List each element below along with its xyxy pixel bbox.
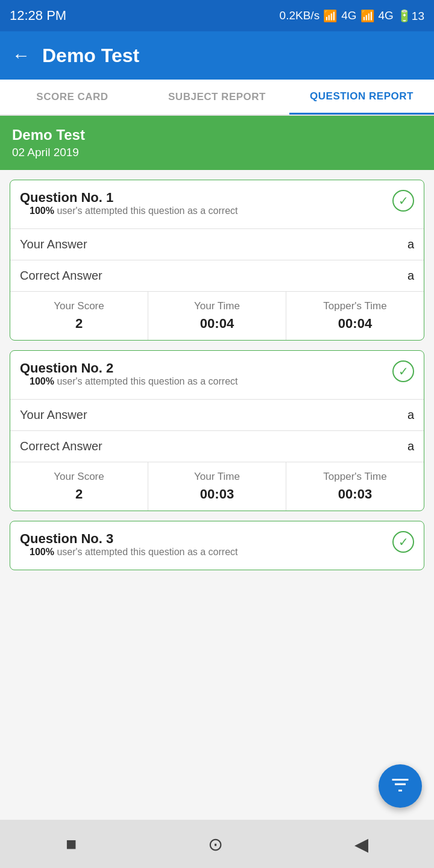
card-header-2: Question No. 2 100% user's attempted thi… <box>10 351 424 399</box>
your-answer-value-1: a <box>407 237 414 251</box>
toppers-cell-1: Topper's Time 00:04 <box>286 292 424 340</box>
attempted-text-3: 100% user's attempted this question as a… <box>20 547 247 565</box>
time-cell-1: Your Time 00:04 <box>148 292 286 340</box>
question-title-2: Question No. 2 <box>20 360 247 376</box>
time-label-1: Your Time <box>194 300 240 312</box>
question-card-1: Question No. 1 100% user's attempted thi… <box>10 180 424 341</box>
correct-answer-value-2: a <box>407 439 414 453</box>
score-label-2: Your Score <box>54 471 104 483</box>
score-value-2: 2 <box>75 486 83 502</box>
attempted-label-1: user's attempted this question as a corr… <box>57 206 237 216</box>
status-signal2: 📶 <box>360 9 375 23</box>
tab-score-card[interactable]: SCORE CARD <box>0 80 145 115</box>
attempted-label-2: user's attempted this question as a corr… <box>57 376 237 386</box>
question-card-2: Question No. 2 100% user's attempted thi… <box>10 350 424 511</box>
filter-icon <box>389 775 411 797</box>
test-banner-date: 02 April 2019 <box>12 146 422 159</box>
attempted-percent-3: 100% <box>30 547 54 557</box>
nav-stop-icon[interactable]: ■ <box>66 834 77 854</box>
your-answer-value-2: a <box>407 408 414 422</box>
correct-answer-label-2: Correct Answer <box>20 439 102 453</box>
your-answer-label-2: Your Answer <box>20 408 87 422</box>
toppers-label-1: Topper's Time <box>323 300 386 312</box>
question-card-3: Question No. 3 100% user's attempted thi… <box>10 521 424 570</box>
status-4g1: 4G <box>341 9 356 22</box>
attempted-percent-2: 100% <box>30 376 54 386</box>
test-banner-title: Demo Test <box>12 127 422 143</box>
toppers-value-2: 00:03 <box>338 486 372 502</box>
your-answer-label-1: Your Answer <box>20 237 87 251</box>
bottom-navigation: ■ ⊙ ◀ <box>0 820 434 868</box>
correct-answer-label-1: Correct Answer <box>20 269 102 283</box>
correct-icon-1: ✓ <box>392 190 414 212</box>
status-4g2: 4G <box>379 9 394 22</box>
score-value-1: 2 <box>75 316 83 332</box>
your-answer-row-2: Your Answer a <box>10 400 424 430</box>
score-cell-2: Your Score 2 <box>10 462 148 511</box>
time-value-1: 00:04 <box>200 316 234 332</box>
score-label-1: Your Score <box>54 300 104 312</box>
card-header-3: Question No. 3 100% user's attempted thi… <box>10 521 424 570</box>
question-title-1: Question No. 1 <box>20 190 247 206</box>
toppers-label-2: Topper's Time <box>323 471 386 483</box>
score-cell-1: Your Score 2 <box>10 292 148 340</box>
correct-answer-row-1: Correct Answer a <box>10 260 424 291</box>
your-answer-row-1: Your Answer a <box>10 229 424 260</box>
correct-icon-2: ✓ <box>392 360 414 382</box>
tab-subject-report[interactable]: SUBJECT REPORT <box>145 80 289 115</box>
status-bar: 12:28 PM 0.2KB/s 📶 4G 📶 4G 🔋13 <box>0 0 434 31</box>
questions-container: Question No. 1 100% user's attempted thi… <box>0 170 434 640</box>
question-title-3: Question No. 3 <box>20 531 247 547</box>
status-network: 0.2KB/s <box>280 9 320 22</box>
toppers-cell-2: Topper's Time 00:03 <box>286 462 424 511</box>
time-label-2: Your Time <box>194 471 240 483</box>
nav-back-icon[interactable]: ◀ <box>354 834 368 855</box>
status-signal: 📶 <box>323 9 338 23</box>
stats-row-2: Your Score 2 Your Time 00:03 Topper's Ti… <box>10 462 424 511</box>
correct-icon-3: ✓ <box>392 531 414 553</box>
toppers-value-1: 00:04 <box>338 316 372 332</box>
card-header-1: Question No. 1 100% user's attempted thi… <box>10 180 424 228</box>
stats-row-1: Your Score 2 Your Time 00:04 Topper's Ti… <box>10 291 424 340</box>
page-title: Demo Test <box>42 45 139 67</box>
status-time: 12:28 PM <box>10 8 66 24</box>
time-cell-2: Your Time 00:03 <box>148 462 286 511</box>
nav-home-icon[interactable]: ⊙ <box>208 834 223 855</box>
tab-question-report[interactable]: QUESTION REPORT <box>289 80 434 115</box>
attempted-text-2: 100% user's attempted this question as a… <box>20 376 247 394</box>
attempted-label-3: user's attempted this question as a corr… <box>57 547 237 557</box>
status-battery: 🔋13 <box>397 9 424 23</box>
test-banner: Demo Test 02 April 2019 <box>0 116 434 170</box>
correct-answer-value-1: a <box>407 269 414 283</box>
status-right: 0.2KB/s 📶 4G 📶 4G 🔋13 <box>280 9 424 23</box>
attempted-percent-1: 100% <box>30 206 54 216</box>
back-button[interactable]: ← <box>12 45 30 66</box>
attempted-text-1: 100% user's attempted this question as a… <box>20 206 247 224</box>
filter-fab-button[interactable] <box>379 764 422 808</box>
correct-answer-row-2: Correct Answer a <box>10 431 424 462</box>
app-header: ← Demo Test <box>0 31 434 80</box>
time-value-2: 00:03 <box>200 486 234 502</box>
tab-bar: SCORE CARD SUBJECT REPORT QUESTION REPOR… <box>0 80 434 116</box>
